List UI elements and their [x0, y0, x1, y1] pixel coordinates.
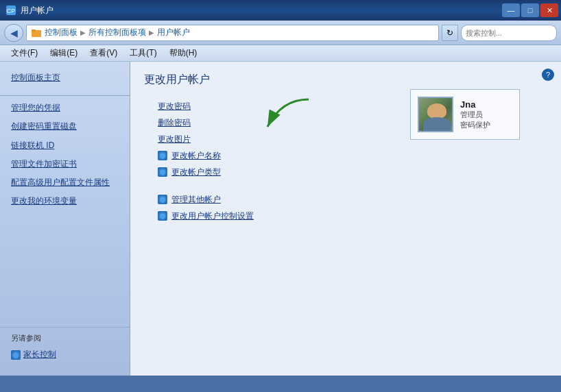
- titlebar-left: CP 用户帐户: [5, 5, 53, 16]
- sidebar-bottom: 另请参阅 家长控制: [0, 319, 130, 369]
- help-button[interactable]: ?: [542, 69, 554, 81]
- sidebar-item-cert[interactable]: 管理文件加密证书: [0, 155, 130, 173]
- menu-edit[interactable]: 编辑(E): [45, 46, 83, 60]
- breadcrumb: 控制面板 ▶ 所有控制面板项 ▶ 用户帐户: [26, 25, 439, 41]
- shield-icon-type: [158, 167, 167, 177]
- user-name: Jna: [460, 99, 490, 110]
- avatar: [418, 97, 453, 132]
- close-button[interactable]: ✕: [540, 3, 558, 17]
- action-uac-settings[interactable]: 更改用户帐户控制设置: [158, 208, 547, 224]
- menu-tools[interactable]: 工具(T): [124, 46, 162, 60]
- sidebar-bottom-title: 另请参阅: [0, 330, 130, 346]
- search-input[interactable]: [466, 29, 560, 37]
- search-box: 🔍: [461, 25, 557, 41]
- menu-file[interactable]: 文件(F): [5, 46, 43, 60]
- shield-icon-manage: [158, 195, 167, 204]
- back-button[interactable]: ◀: [4, 24, 23, 42]
- action-change-type-label: 更改帐户类型: [171, 164, 221, 180]
- shield-icon-name: [158, 151, 167, 160]
- main-area: 控制面板主页 管理您的凭据 创建密码重置磁盘 链接联机 ID 管理文件加密证书 …: [0, 62, 561, 376]
- maximize-button[interactable]: □: [521, 3, 539, 17]
- minimize-button[interactable]: —: [502, 3, 520, 17]
- action-uac-label: 更改用户帐户控制设置: [171, 208, 254, 224]
- user-role: 管理员: [460, 110, 490, 120]
- sidebar-links-section: 管理您的凭据 创建密码重置磁盘 链接联机 ID 管理文件加密证书 配置高级用户配…: [0, 99, 130, 210]
- parental-control-label: 家长控制: [23, 349, 56, 360]
- sidebar-item-home[interactable]: 控制面板主页: [0, 69, 130, 87]
- page-title: 更改用户帐户: [144, 73, 547, 87]
- svg-text:CP: CP: [7, 8, 16, 14]
- sidebar-item-env[interactable]: 更改我的环境变量: [0, 192, 130, 210]
- titlebar-title: 用户帐户: [21, 5, 53, 16]
- user-status: 密码保护: [460, 120, 490, 130]
- sidebar-item-credentials[interactable]: 管理您的凭据: [0, 99, 130, 117]
- action-manage-other-label: 管理其他帐户: [171, 191, 221, 208]
- sidebar-item-profile[interactable]: 配置高级用户配置文件属性: [0, 173, 130, 192]
- sidebar: 控制面板主页 管理您的凭据 创建密码重置磁盘 链接联机 ID 管理文件加密证书 …: [0, 62, 130, 376]
- action-group-2: 管理其他帐户 更改用户帐户控制设置: [144, 191, 547, 224]
- folder-icon: [31, 27, 42, 38]
- addressbar: ◀ 控制面板 ▶ 所有控制面板项 ▶ 用户帐户 ↻ 🔍: [0, 21, 561, 45]
- sidebar-item-reset-disk[interactable]: 创建密码重置磁盘: [0, 117, 130, 136]
- menu-view[interactable]: 查看(V): [84, 46, 123, 60]
- action-change-name-label: 更改帐户名称: [171, 147, 221, 164]
- action-change-name[interactable]: 更改帐户名称: [158, 147, 547, 164]
- shield-icon: [11, 350, 21, 360]
- sidebar-nav-section: 控制面板主页: [0, 69, 130, 87]
- titlebar-controls: — □ ✕: [502, 3, 558, 17]
- arrow-indicator: [254, 96, 322, 137]
- refresh-button[interactable]: ↻: [442, 25, 458, 41]
- svg-rect-3: [32, 29, 36, 32]
- breadcrumb-item-2[interactable]: 所有控制面板项: [88, 27, 146, 38]
- user-card: Jna 管理员 密码保护: [410, 89, 520, 140]
- shield-icon-uac: [158, 211, 167, 221]
- breadcrumb-item-1[interactable]: 控制面板: [45, 27, 77, 38]
- titlebar: CP 用户帐户 — □ ✕: [0, 0, 561, 21]
- window-icon: CP: [5, 5, 16, 16]
- sidebar-item-link-id[interactable]: 链接联机 ID: [0, 136, 130, 155]
- sidebar-item-parental[interactable]: 家长控制: [0, 346, 130, 363]
- content: ? 更改用户帐户 更改密码 删除密码 更改图片 更改帐户名称: [130, 62, 561, 376]
- user-info: Jna 管理员 密码保护: [460, 99, 490, 130]
- menu-help[interactable]: 帮助(H): [164, 46, 203, 60]
- menubar: 文件(F) 编辑(E) 查看(V) 工具(T) 帮助(H): [0, 45, 561, 62]
- breadcrumb-item-3[interactable]: 用户帐户: [157, 27, 190, 38]
- action-change-type[interactable]: 更改帐户类型: [158, 164, 547, 180]
- action-manage-other[interactable]: 管理其他帐户: [158, 191, 547, 208]
